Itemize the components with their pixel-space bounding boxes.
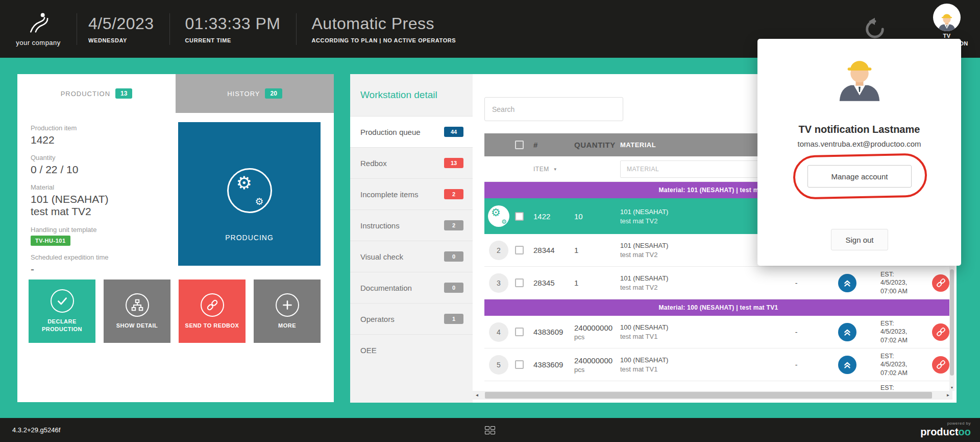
user-full-name: TV notification Lastname	[757, 124, 961, 135]
menu-item-label: Visual check	[360, 252, 403, 261]
priority-cell	[814, 316, 880, 348]
field-value: 101 (NESAHAT)	[31, 193, 177, 205]
row-checkbox[interactable]	[515, 360, 524, 369]
est-line: EST:	[880, 352, 929, 360]
tab-label: HISTORY	[227, 90, 260, 98]
plus-icon	[276, 293, 299, 317]
search-input[interactable]	[484, 97, 623, 121]
row-checkbox[interactable]	[515, 246, 524, 254]
menu-item-documentation[interactable]: Documentation0	[350, 272, 473, 303]
material-filter-input[interactable]	[620, 160, 773, 178]
sign-out-button[interactable]: Sign out	[831, 229, 888, 250]
field-label: Material	[31, 183, 177, 191]
item-number-cell: 4383609	[533, 316, 574, 348]
link-button[interactable]	[932, 323, 949, 341]
show-detail-button[interactable]: SHOW DETAIL	[104, 280, 170, 343]
vertical-scrollbar-thumb[interactable]	[950, 269, 954, 376]
producing-status-panel: ⚙ ⚙ PRODUCING	[178, 122, 321, 266]
priority-up-button[interactable]	[838, 356, 856, 374]
quantity-cell: 240000000pcs	[574, 316, 620, 348]
productoo-logo: powered by productoo	[920, 421, 971, 438]
material-cell: 100 (NESAHAT)test mat TV1	[620, 316, 778, 348]
send-to-redbox-button[interactable]: SEND TO REDBOX	[179, 280, 246, 343]
production-field-handling-unit-template: Handling unit templateTV-HU-101	[31, 226, 177, 246]
menu-item-redbox[interactable]: Redbox13	[350, 147, 473, 178]
menu-item-operators[interactable]: Operators1	[350, 303, 473, 334]
scroll-left-button[interactable]: ◄	[473, 391, 481, 400]
menu-item-label: Operators	[360, 315, 395, 323]
producing-status-label: PRODUCING	[178, 234, 321, 242]
menu-item-instructions[interactable]: Instructions2	[350, 210, 473, 241]
quantity-value: 240000000	[574, 356, 620, 365]
row-check-cell	[513, 198, 533, 234]
queue-row[interactable]: EST:	[484, 381, 952, 391]
queue-row[interactable]: 44383609240000000pcs100 (NESAHAT)test ma…	[484, 316, 952, 348]
row-checkbox[interactable]	[515, 212, 524, 221]
estimated-time-cell: EST:4/5/2023,07:02 AM	[880, 348, 929, 381]
row-number: 3	[489, 273, 508, 293]
app-version: 4.3.2+29.g5246f	[12, 418, 60, 442]
queue-row[interactable]: 3283451101 (NESAHAT)test mat TV2-EST:4/5…	[484, 267, 952, 299]
menu-item-incomplete-items[interactable]: Incomplete items2	[350, 178, 473, 210]
est-line: 4/5/2023,	[880, 278, 929, 287]
row-number-cell	[484, 381, 513, 391]
grid-apps-icon[interactable]	[485, 426, 495, 434]
more-button[interactable]: MORE	[254, 280, 321, 343]
user-avatar	[933, 4, 961, 31]
priority-up-button[interactable]	[838, 323, 856, 341]
material-code: 101 (NESAHAT)	[620, 274, 778, 282]
declare-production-button[interactable]: DECLARE PRODUCTION	[29, 280, 95, 343]
menu-item-visual-check[interactable]: Visual check0	[350, 241, 473, 272]
menu-item-label: OEE	[360, 346, 377, 355]
column-header-item: #	[533, 141, 574, 149]
priority-up-button[interactable]	[838, 274, 856, 292]
link-button[interactable]	[932, 356, 949, 374]
dash-cell: -	[778, 348, 814, 381]
est-line: EST:	[880, 319, 929, 328]
chevron-down-icon: ▼	[553, 167, 557, 172]
material-cell: 100 (NESAHAT)test mat TV1	[620, 348, 778, 381]
item-number-cell: 28344	[533, 234, 574, 266]
horizontal-scrollbar-thumb[interactable]	[485, 392, 932, 399]
scroll-right-button[interactable]: ►	[944, 391, 952, 400]
tab-count-badge: 20	[265, 88, 282, 99]
field-label: Handling unit template	[31, 226, 177, 234]
menu-item-production-queue[interactable]: Production queue44	[350, 116, 473, 147]
dash-cell	[778, 381, 814, 391]
workstation-name: Automatic Press	[312, 14, 456, 33]
quantity-value: 1	[574, 278, 620, 287]
tab-count-badge: 13	[115, 88, 132, 99]
field-value: 0 / 22 / 10	[31, 164, 177, 176]
manage-account-button[interactable]: Manage account	[807, 165, 912, 188]
queue-row[interactable]: 54383609240000000pcs100 (NESAHAT)test ma…	[484, 348, 952, 381]
menu-item-label: Production queue	[360, 128, 421, 136]
row-checkbox[interactable]	[515, 278, 524, 287]
tab-history[interactable]: HISTORY20	[176, 74, 334, 113]
quantity-cell: 10	[574, 198, 620, 234]
item-filter-dropdown[interactable]: ITEM ▼	[533, 156, 557, 182]
tab-production[interactable]: PRODUCTION13	[17, 74, 176, 113]
date-block: 4/5/2023 WEDNESDAY	[77, 14, 169, 43]
select-all-checkbox[interactable]	[515, 141, 524, 149]
quantity-cell	[574, 381, 620, 391]
priority-cell	[814, 381, 880, 391]
time-block: 01:33:33 PM CURRENT TIME	[170, 14, 296, 43]
link-button[interactable]	[932, 274, 949, 292]
gear-icon: ⚙	[491, 207, 501, 218]
material-code: 101 (NESAHAT)	[620, 242, 778, 249]
material-name: test mat TV2	[620, 284, 778, 291]
field-value: -	[31, 263, 177, 275]
menu-item-badge: 0	[444, 251, 463, 262]
menu-item-oee[interactable]: OEE	[350, 334, 473, 365]
horizontal-scrollbar[interactable]: ◄ ►	[473, 391, 952, 400]
tab-label: PRODUCTION	[61, 90, 110, 98]
action-label: SEND TO REDBOX	[180, 322, 244, 330]
material-cell: 101 (NESAHAT)test mat TV2	[620, 198, 778, 234]
item-filter-label: ITEM	[533, 166, 549, 173]
scroll-down-button[interactable]: ▼	[949, 384, 954, 391]
menu-item-badge: 0	[444, 283, 463, 293]
priority-cell	[814, 267, 880, 299]
menu-item-label: Instructions	[360, 221, 400, 230]
row-checkbox[interactable]	[515, 328, 524, 336]
refresh-button[interactable]	[863, 17, 887, 41]
